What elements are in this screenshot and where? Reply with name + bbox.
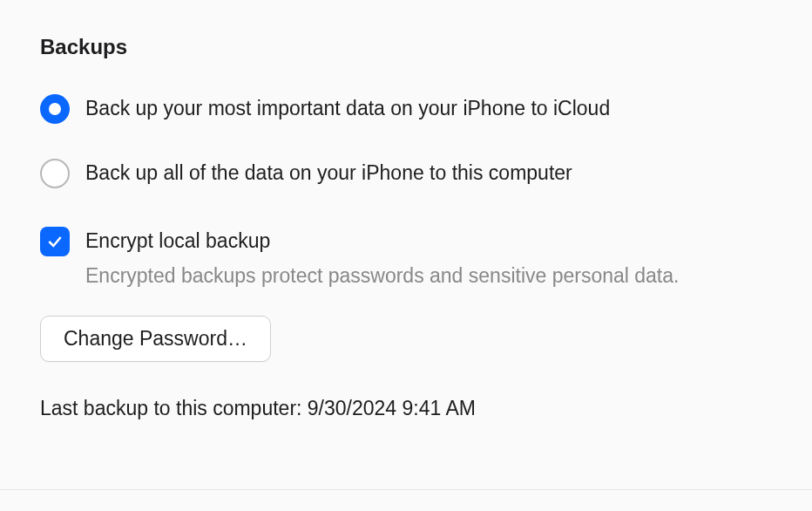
section-title: Backups [40,35,772,59]
backup-destination-radio-group: Back up your most important data on your… [40,94,772,188]
encrypt-checkbox-sublabel: Encrypted backups protect passwords and … [85,262,772,290]
change-password-button[interactable]: Change Password… [40,316,271,362]
radio-label-local: Back up all of the data on your iPhone t… [85,160,572,187]
radio-option-local[interactable]: Back up all of the data on your iPhone t… [40,159,772,188]
divider [0,489,812,490]
radio-option-icloud[interactable]: Back up your most important data on your… [40,94,772,124]
radio-label-icloud: Back up your most important data on your… [85,96,610,122]
radio-icon-unselected [40,159,70,188]
checkmark-icon [46,233,64,250]
encrypt-local-backup-checkbox[interactable]: Encrypt local backup [40,227,772,256]
last-backup-text: Last backup to this computer: 9/30/2024 … [40,397,772,420]
radio-icon-selected [40,94,70,124]
checkbox-checked-icon [40,227,70,256]
encrypt-checkbox-label: Encrypt local backup [85,227,270,255]
